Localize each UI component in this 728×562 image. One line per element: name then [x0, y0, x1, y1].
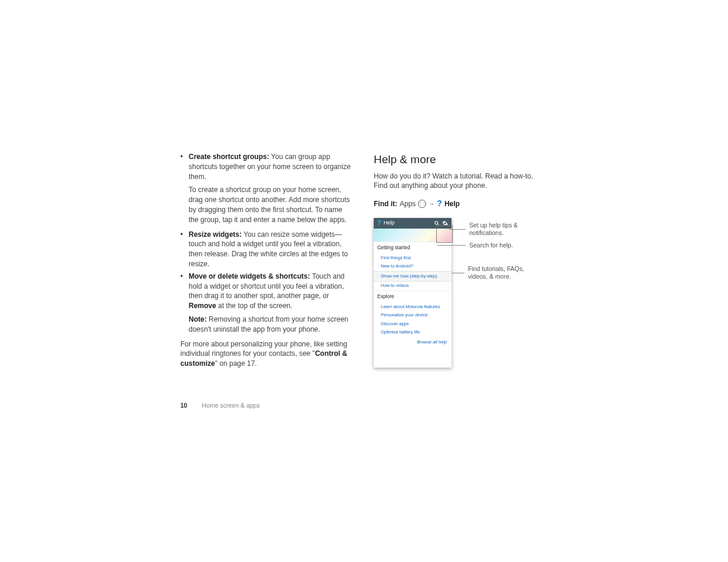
- bullet-create-groups: Create shortcut groups: You can group ap…: [180, 152, 353, 181]
- svg-line-1: [437, 224, 439, 226]
- label: Resize widgets:: [189, 230, 242, 239]
- text-b: at the top of the screen.: [216, 302, 292, 310]
- help-link[interactable]: How-to videos: [374, 282, 452, 290]
- svg-point-0: [435, 221, 438, 224]
- help-link[interactable]: Optimize battery life: [374, 328, 452, 337]
- label: Move or delete widgets & shortcuts:: [189, 272, 310, 280]
- apps-icon: [418, 200, 426, 208]
- remove-word: Remove: [189, 302, 216, 310]
- app-title: Help: [384, 219, 431, 227]
- right-column: Help & more How do you do it? Watch a tu…: [374, 152, 540, 369]
- phone-screenshot-wrap: ? Help Getting started First things firs…: [374, 218, 540, 368]
- callout-text: Search for help.: [469, 242, 513, 250]
- note-label: Note:: [189, 315, 207, 323]
- text-b: " on page 17.: [215, 359, 257, 368]
- bullet-move-delete: Move or delete widgets & shortcuts: Touc…: [180, 272, 353, 311]
- phone-app-bar: ? Help: [374, 218, 452, 229]
- help-icon: ?: [437, 198, 442, 210]
- page-footer: 10 Home screen & apps: [180, 402, 260, 409]
- find-it-label: Find it:: [374, 199, 397, 209]
- help-link[interactable]: Discover apps: [374, 320, 452, 329]
- footer-section-title: Home screen & apps: [202, 402, 260, 409]
- gear-icon[interactable]: [442, 220, 448, 226]
- callout-search: Search for help.: [437, 242, 513, 250]
- help-link[interactable]: First things first: [374, 254, 452, 263]
- phone-screenshot: ? Help Getting started First things firs…: [374, 218, 452, 368]
- bullet-move-delete-note: Note: Removing a shortcut from your home…: [180, 315, 353, 335]
- more-info-paragraph: For more about personalizing your phone,…: [180, 339, 353, 369]
- find-it-path: Find it: Apps → ? Help: [374, 198, 540, 210]
- callout-text: Set up help tips & notifications.: [469, 222, 540, 237]
- section-explore: Explore: [374, 290, 452, 303]
- help-word: Help: [444, 199, 460, 209]
- section-heading: Help & more: [374, 152, 540, 168]
- intro-text: How do you do it? Watch a tutorial. Read…: [374, 171, 540, 191]
- arrow-icon: →: [429, 200, 434, 208]
- search-icon[interactable]: [434, 220, 440, 226]
- apps-word: Apps: [400, 199, 416, 209]
- help-link-highlighted[interactable]: Show me how (step-by-step): [374, 271, 452, 282]
- help-link[interactable]: Learn about Motorola features: [374, 303, 452, 312]
- page-number: 10: [180, 402, 187, 409]
- phone-banner-image: [374, 229, 452, 242]
- left-column: Create shortcut groups: You can group ap…: [180, 152, 353, 369]
- browse-all-link[interactable]: Browse all help: [374, 337, 452, 348]
- callout-settings: Set up help tips & notifications.: [449, 222, 540, 237]
- help-link[interactable]: New to Android?: [374, 262, 452, 271]
- note-text: Removing a shortcut from your home scree…: [189, 315, 348, 333]
- help-icon: ?: [377, 219, 381, 227]
- callout-tutorials: Find tutorials, FAQs, videos, & more.: [452, 265, 524, 281]
- callout-text: Find tutorials, FAQs, videos, & more.: [468, 265, 524, 281]
- bullet-create-groups-detail: To create a shortcut group on your home …: [180, 185, 353, 224]
- help-link[interactable]: Personalize your device: [374, 311, 452, 320]
- bullet-resize-widgets: Resize widgets: You can resize some widg…: [180, 230, 353, 269]
- label: Create shortcut groups:: [189, 153, 269, 161]
